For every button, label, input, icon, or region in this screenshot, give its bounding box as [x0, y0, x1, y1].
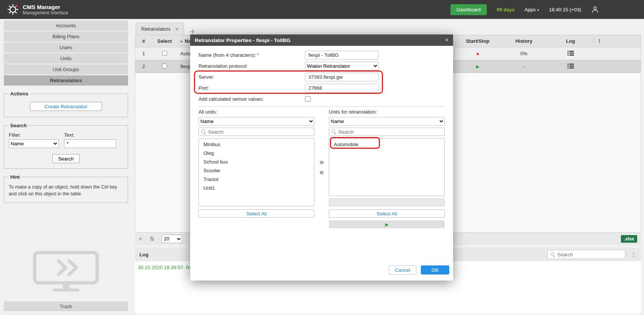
reorder-icon[interactable]: ⇅: [150, 235, 155, 242]
unit-list-item[interactable]: Automobile: [329, 140, 444, 149]
export-xlsx-badge[interactable]: .xlsx: [621, 235, 637, 243]
unit-list-item[interactable]: Oleg: [199, 149, 314, 158]
log-menu-icon[interactable]: ⋮: [631, 251, 636, 258]
tab-close-icon[interactable]: ×: [175, 26, 178, 32]
app-logo-icon: [7, 3, 19, 16]
unit-list-item[interactable]: Tractor: [199, 175, 314, 184]
sensors-checkbox[interactable]: [305, 96, 311, 102]
cancel-button[interactable]: Cancel: [389, 265, 416, 274]
modal-header: Retranslator Properties - flespi - TollB…: [190, 34, 453, 46]
select-all-left-button[interactable]: Select All: [199, 209, 314, 218]
retrans-units-search-input[interactable]: [338, 129, 442, 135]
search-icon: [550, 252, 555, 257]
filter-label: Filter:: [9, 132, 59, 138]
modal-footer: Cancel OK: [389, 265, 449, 274]
log-search-box[interactable]: [547, 250, 625, 259]
play-icon[interactable]: ▶: [476, 64, 479, 69]
actions-legend: Actions: [9, 91, 30, 97]
server-label: Server:: [199, 74, 305, 80]
create-retranslator-button[interactable]: Create Retranslator: [30, 102, 102, 111]
column-header-num[interactable]: #: [135, 38, 152, 44]
search-icon: [331, 129, 336, 134]
row-checkbox[interactable]: [162, 51, 167, 56]
retrans-units-column: Units for retranslation: Name Automobile…: [329, 109, 445, 228]
clear-selection-icon[interactable]: ×: [139, 235, 142, 242]
column-header-history[interactable]: History: [500, 38, 548, 44]
search-icon: [201, 129, 206, 134]
row-history: 0%: [500, 51, 548, 56]
dashboard-button[interactable]: Dashboard: [450, 4, 487, 15]
move-right-button[interactable]: »: [319, 158, 324, 165]
sidebar-item-users[interactable]: Users: [4, 42, 128, 53]
play-icon: ▶: [385, 222, 388, 227]
sidebar-item-units[interactable]: Units: [4, 53, 128, 64]
apps-menu[interactable]: Apps▾: [524, 7, 539, 12]
log-view-icon[interactable]: [548, 64, 593, 70]
name-field[interactable]: [305, 51, 379, 59]
app-header: CMS Manager Management Interface Dashboa…: [0, 0, 644, 19]
name-label: Name (from 4 characters):*: [199, 52, 305, 58]
filter-select[interactable]: Name: [9, 139, 59, 148]
app-subtitle: Management Interface: [23, 10, 68, 16]
sidebar: Accounts Billing Plans Users Units Unit …: [0, 19, 132, 315]
retranslator-properties-modal: Retranslator Properties - flespi - TollB…: [190, 34, 453, 281]
sidebar-item-unit-groups[interactable]: Unit Groups: [4, 64, 128, 75]
all-units-search-input[interactable]: [208, 129, 312, 135]
retrans-units-sort-select[interactable]: Name: [329, 117, 445, 126]
port-field[interactable]: [305, 84, 379, 92]
move-left-button[interactable]: «: [319, 168, 324, 176]
sidebar-item-billing-plans[interactable]: Billing Plans: [4, 31, 128, 42]
transfer-controls: » «: [314, 109, 329, 228]
column-header-log[interactable]: Log: [548, 38, 593, 44]
actions-panel: Actions Create Retranslator: [4, 91, 128, 117]
start-retranslator-bar[interactable]: ▶: [329, 220, 445, 228]
modal-title: Retranslator Properties - flespi - TollB…: [195, 37, 291, 43]
log-view-icon[interactable]: [548, 51, 593, 57]
all-units-column: All units: Name Minibus Oleg School bus …: [199, 109, 314, 228]
row-checkbox[interactable]: [162, 64, 167, 69]
unit-list-item[interactable]: Scooter: [199, 166, 314, 175]
select-all-right-button[interactable]: Select All: [329, 209, 445, 218]
sidebar-item-retranslators[interactable]: Retranslators: [4, 75, 128, 86]
hint-panel: Hint To make a copy of an object, hold d…: [4, 174, 128, 203]
all-units-sort-select[interactable]: Name: [199, 117, 314, 126]
log-panel-title: Log: [139, 252, 148, 257]
disabled-input-bar: [329, 198, 445, 206]
modal-close-icon[interactable]: ×: [445, 37, 449, 44]
column-header-startstop[interactable]: Start/Stop: [456, 38, 500, 44]
tab-bar: Retranslators × +: [132, 19, 644, 35]
server-field[interactable]: [305, 73, 379, 81]
retrans-units-search-box[interactable]: [329, 128, 445, 136]
app-title: CMS Manager: [23, 4, 68, 10]
row-number: 1: [135, 51, 152, 56]
text-input[interactable]: [64, 139, 116, 148]
sort-caret-icon: ▾: [180, 39, 182, 44]
stop-icon[interactable]: ■: [477, 51, 479, 56]
search-button[interactable]: Search: [52, 154, 80, 163]
watermark-monitor-icon: [33, 251, 99, 295]
text-label: Text:: [64, 132, 116, 138]
user-icon[interactable]: [591, 5, 599, 14]
sidebar-item-accounts[interactable]: Accounts: [4, 20, 128, 31]
unit-list-item[interactable]: School bus: [199, 158, 314, 166]
required-mark: *: [257, 52, 259, 58]
all-units-search-box[interactable]: [199, 128, 314, 136]
sidebar-item-trash[interactable]: Trash: [4, 301, 128, 311]
hint-legend: Hint: [9, 174, 21, 180]
unit-list-item[interactable]: Unit1: [199, 184, 314, 192]
row-number: 2: [135, 64, 152, 69]
modal-body: Name (from 4 characters):* Retranslation…: [190, 46, 453, 228]
row-history: -: [500, 64, 548, 69]
table-menu-icon[interactable]: ⋮: [593, 38, 606, 44]
port-label: Port:: [199, 85, 305, 91]
tab-retranslators[interactable]: Retranslators ×: [136, 23, 184, 35]
apps-caret-icon: ▾: [537, 8, 539, 12]
divider: [199, 106, 445, 107]
protocol-select[interactable]: Wialon Retranslator: [305, 62, 379, 70]
unit-list-item[interactable]: Minibus: [199, 140, 314, 149]
ok-button[interactable]: OK: [421, 265, 449, 274]
log-search-input[interactable]: [557, 252, 622, 257]
column-header-select[interactable]: Select: [152, 38, 177, 44]
search-panel: Search Filter: Name Text: Search: [4, 123, 128, 169]
page-size-select[interactable]: 20: [162, 235, 182, 243]
